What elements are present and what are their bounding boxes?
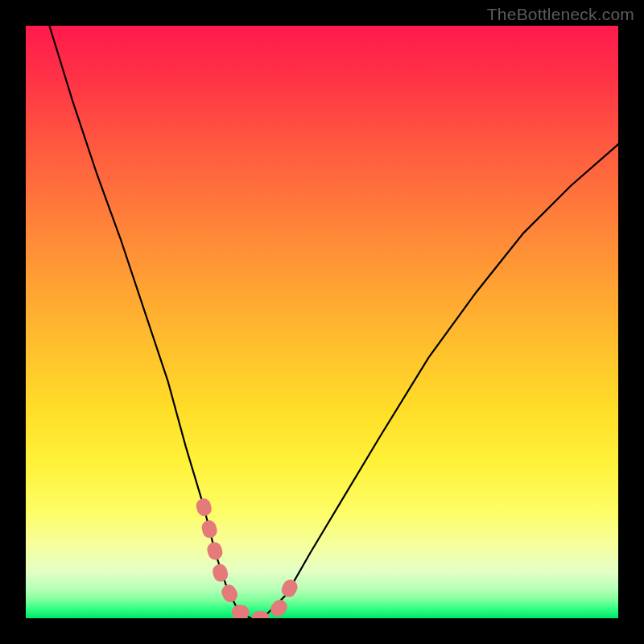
curve-svg	[26, 26, 618, 618]
trough-highlight	[204, 506, 292, 618]
watermark-text: TheBottleneck.com	[487, 5, 634, 24]
plot-area	[26, 26, 618, 618]
bottleneck-curve	[49, 26, 618, 618]
chart-frame: TheBottleneck.com	[0, 0, 644, 644]
